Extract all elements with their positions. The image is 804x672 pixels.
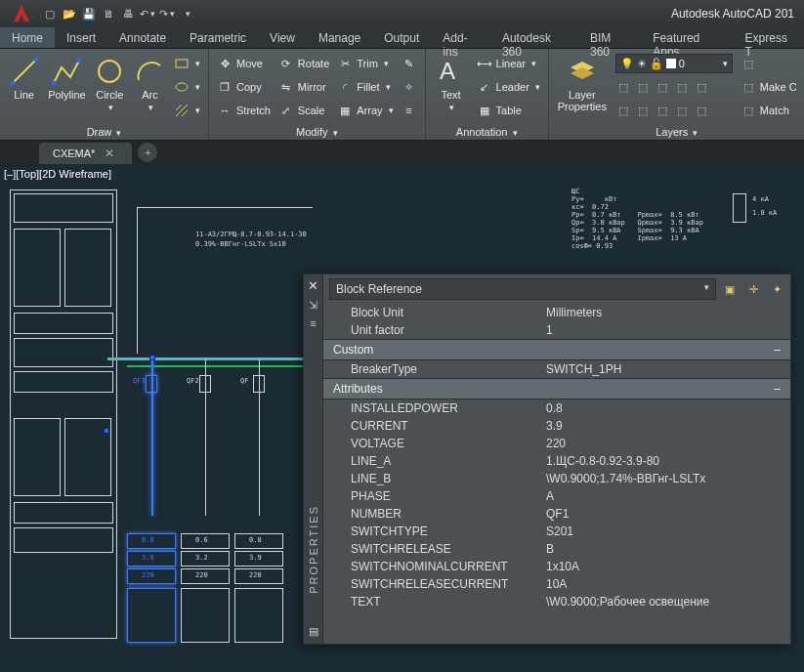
app-menu-button[interactable] bbox=[6, 1, 37, 26]
prop-row[interactable]: SWITCHRELEASECURRENT10A bbox=[323, 575, 790, 593]
draw-extra-2[interactable]: ▾ bbox=[174, 77, 200, 97]
tab-featured[interactable]: Featured Apps bbox=[641, 27, 733, 48]
tab-home[interactable]: Home bbox=[0, 27, 55, 48]
table-button[interactable]: ▦Table bbox=[477, 101, 540, 120]
arc-button[interactable]: Arc▾ bbox=[134, 52, 166, 112]
file-tab-label: CXEMA* bbox=[53, 147, 95, 159]
trim-button[interactable]: ✂Trim ▾ bbox=[337, 54, 393, 73]
new-icon[interactable]: ▢ bbox=[41, 5, 59, 22]
close-tab-icon[interactable]: ✕ bbox=[105, 147, 114, 160]
palette-menu-icon[interactable]: ≡ bbox=[310, 317, 316, 329]
prop-row[interactable]: TEXT\W0.9000;Рабочее освещение bbox=[323, 593, 790, 610]
rotate-button[interactable]: ⟳Rotate bbox=[278, 54, 329, 73]
polyline-label: Polyline bbox=[48, 89, 86, 101]
prop-row[interactable]: LINE_B\W0.9000;1.74%-ВВГнг-LSLTx bbox=[323, 470, 790, 487]
quickselect-icon[interactable]: ▣ bbox=[722, 281, 738, 297]
panel-annotation-title[interactable]: Annotation ▾ bbox=[426, 126, 548, 138]
prop-row[interactable]: LINE_A1.ЩС-0.8-0.92-3.9-80 bbox=[323, 452, 790, 470]
make-current-icon: ⬚ bbox=[741, 79, 756, 95]
array-button[interactable]: ▦Array ▾ bbox=[337, 101, 393, 120]
polyline-button[interactable]: Polyline bbox=[48, 52, 86, 101]
modify-extra-2[interactable]: ✧ bbox=[402, 77, 417, 97]
layer-selector[interactable]: 💡☀🔓0 ▾ bbox=[615, 54, 733, 73]
prop-row[interactable]: SWITCHTYPES201 bbox=[323, 523, 790, 540]
svg-point-5 bbox=[99, 61, 120, 82]
tab-addins[interactable]: Add-ins bbox=[431, 27, 490, 48]
prop-row[interactable]: VOLTAGE220 bbox=[323, 435, 790, 452]
leader-button[interactable]: ↙Leader ▾ bbox=[477, 77, 540, 97]
svg-line-0 bbox=[13, 60, 36, 83]
palette-options-icon[interactable]: ▤ bbox=[309, 625, 318, 638]
panel-layers-title[interactable]: Layers ▾ bbox=[549, 126, 804, 138]
polyline-icon bbox=[51, 56, 82, 87]
trim-icon: ✂ bbox=[337, 56, 353, 71]
saveas-icon[interactable]: 🗎 bbox=[100, 5, 117, 22]
hatch-icon bbox=[174, 103, 190, 118]
layer-tools-row1[interactable]: ⬚⬚⬚⬚⬚ bbox=[615, 77, 733, 97]
toggle-pickadd-icon[interactable]: ✦ bbox=[769, 281, 784, 297]
prop-row[interactable]: SWITCHNOMINALCURRENT1x10A bbox=[323, 558, 790, 575]
prop-row[interactable]: NUMBERQF1 bbox=[323, 505, 790, 523]
tab-view[interactable]: View bbox=[258, 27, 307, 48]
pin-palette-icon[interactable]: ⇲ bbox=[309, 299, 317, 312]
tab-insert[interactable]: Insert bbox=[55, 27, 107, 48]
qat-more-icon[interactable]: ▾ bbox=[178, 5, 195, 22]
tab-output[interactable]: Output bbox=[372, 27, 431, 48]
prop-row[interactable]: SWITCHRELEASEB bbox=[323, 540, 790, 558]
layer-properties-button[interactable]: Layer Properties bbox=[557, 52, 608, 112]
tab-manage[interactable]: Manage bbox=[307, 27, 372, 48]
object-type-selector[interactable]: Block Reference▾ bbox=[329, 278, 716, 300]
panel-modify-title[interactable]: Modify ▾ bbox=[209, 126, 425, 138]
select-objects-icon[interactable]: ✛ bbox=[745, 281, 761, 297]
properties-grid: Block UnitMillimeters Unit factor1 Custo… bbox=[323, 304, 790, 644]
mirror-button[interactable]: ⇋Mirror bbox=[278, 77, 329, 97]
prop-row[interactable]: PHASEA bbox=[323, 487, 790, 505]
scale-icon: ⤢ bbox=[278, 103, 294, 118]
save-icon[interactable]: 💾 bbox=[80, 5, 98, 22]
panel-draw: Line Polyline Circle▾ Arc▾ ▾ ▾ ▾ Draw ▾ bbox=[0, 49, 209, 140]
make-current-button[interactable]: ⬚Make C bbox=[741, 77, 797, 97]
fillet-button[interactable]: ◜Fillet ▾ bbox=[337, 77, 393, 97]
linear-button[interactable]: ⟷Linear ▾ bbox=[477, 54, 540, 73]
stretch-button[interactable]: ↔Stretch bbox=[217, 101, 271, 120]
panel-draw-title[interactable]: Draw ▾ bbox=[0, 126, 208, 138]
tab-express[interactable]: Express T bbox=[734, 27, 804, 48]
svg-rect-4 bbox=[77, 59, 81, 63]
circle-label: Circle bbox=[96, 89, 123, 101]
redo-icon[interactable]: ↷▾ bbox=[158, 5, 176, 22]
file-tab[interactable]: CXEMA* ✕ bbox=[39, 143, 132, 164]
line-button[interactable]: Line bbox=[8, 52, 40, 101]
modify-extra-3[interactable]: ≡ bbox=[402, 101, 417, 120]
new-tab-button[interactable]: + bbox=[138, 143, 157, 162]
modify-extra-1[interactable]: ✎ bbox=[402, 54, 417, 73]
prop-row[interactable]: Unit factor1 bbox=[323, 321, 790, 339]
close-palette-icon[interactable]: ✕ bbox=[308, 278, 318, 293]
lock-icon: 🔓 bbox=[650, 58, 663, 70]
tab-bim360[interactable]: BIM 360 bbox=[578, 27, 641, 48]
prop-row[interactable]: Block UnitMillimeters bbox=[323, 304, 790, 321]
tab-parametric[interactable]: Parametric bbox=[178, 27, 258, 48]
match-layer-button[interactable]: ⬚Match bbox=[741, 101, 797, 120]
open-icon[interactable]: 📂 bbox=[61, 5, 78, 22]
text-button[interactable]: A Text▾ bbox=[434, 52, 469, 112]
section-custom[interactable]: Custom– bbox=[323, 339, 790, 360]
draw-extra-3[interactable]: ▾ bbox=[174, 101, 200, 120]
draw-extra-1[interactable]: ▾ bbox=[174, 54, 200, 73]
circle-button[interactable]: Circle▾ bbox=[94, 52, 126, 112]
tab-autodesk360[interactable]: Autodesk 360 bbox=[490, 27, 578, 48]
rectangle-icon bbox=[174, 56, 190, 71]
move-button[interactable]: ✥Move bbox=[217, 54, 271, 73]
scale-button[interactable]: ⤢Scale bbox=[278, 101, 329, 120]
prop-row[interactable]: CURRENT3.9 bbox=[323, 417, 790, 435]
layer-tools-row2[interactable]: ⬚⬚⬚⬚⬚ bbox=[615, 101, 733, 120]
layer-misc-1[interactable]: ⬚ bbox=[741, 54, 797, 73]
leader-icon: ↙ bbox=[477, 79, 492, 95]
layer-properties-icon bbox=[567, 56, 598, 87]
tab-annotate[interactable]: Annotate bbox=[107, 27, 178, 48]
plot-icon[interactable]: 🖶 bbox=[119, 5, 137, 22]
section-attributes[interactable]: Attributes– bbox=[323, 378, 790, 399]
prop-row[interactable]: INSTALLEDPOWER0.8 bbox=[323, 399, 790, 417]
undo-icon[interactable]: ↶▾ bbox=[139, 5, 156, 22]
prop-row[interactable]: BreakerTypeSWITCH_1PH bbox=[323, 360, 790, 378]
copy-button[interactable]: ❐Copy bbox=[217, 77, 271, 97]
